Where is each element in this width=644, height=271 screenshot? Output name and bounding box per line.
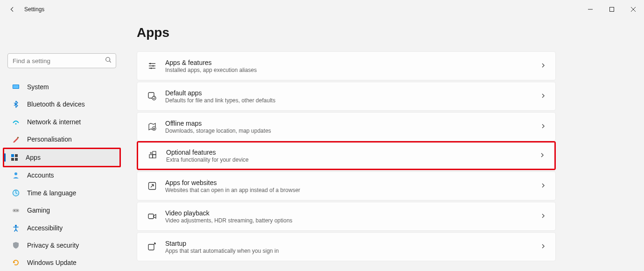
bluetooth-icon xyxy=(12,100,20,108)
apps-features-icon xyxy=(147,61,157,71)
titlebar: Settings xyxy=(0,0,644,19)
window-title: Settings xyxy=(24,6,44,13)
highlight-sidebar-apps: Apps xyxy=(3,148,121,167)
minimize-button[interactable] xyxy=(580,0,601,19)
sidebar-item-windows-update[interactable]: Windows Update xyxy=(6,255,118,271)
sidebar-item-label: Accounts xyxy=(27,171,54,179)
svg-point-21 xyxy=(150,63,151,64)
svg-rect-10 xyxy=(11,158,14,161)
sidebar: System Bluetooth & devices Network & int… xyxy=(0,19,124,271)
card-desc: Downloads, storage location, map updates xyxy=(165,128,532,134)
gaming-icon xyxy=(12,207,20,214)
svg-point-23 xyxy=(151,68,152,69)
sidebar-item-label: Accessibility xyxy=(27,224,63,232)
card-title: Apps for websites xyxy=(165,179,532,186)
svg-point-17 xyxy=(15,225,17,227)
chevron-right-icon xyxy=(540,212,546,221)
card-desc: Installed apps, app execution aliases xyxy=(165,67,532,73)
sidebar-item-time-language[interactable]: Time & language xyxy=(6,185,118,201)
card-title: Offline maps xyxy=(165,120,532,127)
svg-point-15 xyxy=(14,210,15,211)
card-title: Default apps xyxy=(165,89,532,97)
card-title: Startup xyxy=(165,240,532,247)
highlight-optional-features: Optional features Extra functionality fo… xyxy=(137,141,556,170)
privacy-icon xyxy=(12,242,20,249)
card-offline-maps[interactable]: Offline maps Downloads, storage location… xyxy=(137,112,556,141)
svg-point-16 xyxy=(17,210,18,211)
settings-card-list: Apps & features Installed apps, app exec… xyxy=(137,51,556,141)
main-content: Apps Apps & features Installed apps, app… xyxy=(124,19,644,271)
chevron-right-icon xyxy=(540,182,546,190)
card-apps-features[interactable]: Apps & features Installed apps, app exec… xyxy=(137,51,556,80)
svg-point-6 xyxy=(15,123,17,124)
sidebar-item-accounts[interactable]: Accounts xyxy=(6,167,118,184)
svg-rect-1 xyxy=(610,7,614,12)
window-controls xyxy=(580,0,644,19)
card-desc: Apps that start automatically when you s… xyxy=(165,248,532,254)
svg-rect-31 xyxy=(148,214,154,219)
settings-card-list-2: Apps for websites Websites that can open… xyxy=(137,171,556,261)
card-desc: Extra functionality for your device xyxy=(166,157,531,163)
page-title: Apps xyxy=(137,25,631,40)
chevron-right-icon xyxy=(540,242,546,251)
sidebar-item-label: Bluetooth & devices xyxy=(27,100,85,108)
video-playback-icon xyxy=(147,212,157,221)
sidebar-item-label: Network & internet xyxy=(27,118,81,126)
card-desc: Video adjustments, HDR streaming, batter… xyxy=(165,217,532,224)
sidebar-item-label: Personalisation xyxy=(27,136,72,143)
maximize-button[interactable] xyxy=(601,0,623,19)
sidebar-item-label: System xyxy=(27,83,49,91)
sidebar-item-apps[interactable]: Apps xyxy=(4,149,119,166)
sidebar-item-label: Apps xyxy=(26,154,41,161)
windows-update-icon xyxy=(12,259,20,266)
svg-point-22 xyxy=(153,65,154,67)
card-default-apps[interactable]: Default apps Defaults for file and link … xyxy=(137,82,556,111)
card-desc: Defaults for file and link types, other … xyxy=(165,97,532,104)
svg-rect-28 xyxy=(153,155,156,158)
sidebar-item-network[interactable]: Network & internet xyxy=(6,114,118,130)
svg-point-12 xyxy=(14,172,17,175)
card-apps-websites[interactable]: Apps for websites Websites that can open… xyxy=(137,171,556,200)
accessibility-icon xyxy=(12,224,20,232)
card-title: Optional features xyxy=(166,149,531,156)
chevron-right-icon xyxy=(539,151,545,160)
sidebar-item-label: Gaming xyxy=(27,207,50,214)
accounts-icon xyxy=(12,171,20,179)
default-apps-icon xyxy=(147,92,157,101)
svg-rect-27 xyxy=(149,155,153,158)
sidebar-item-gaming[interactable]: Gaming xyxy=(6,202,118,218)
svg-rect-29 xyxy=(153,151,156,155)
apps-websites-icon xyxy=(147,181,157,191)
card-title: Apps & features xyxy=(165,59,532,66)
chevron-right-icon xyxy=(540,62,546,70)
svg-rect-5 xyxy=(13,85,19,88)
card-title: Video playback xyxy=(165,209,532,217)
chevron-right-icon xyxy=(540,122,546,131)
apps-icon xyxy=(11,154,18,161)
sidebar-item-label: Time & language xyxy=(27,189,76,197)
network-icon xyxy=(12,118,20,126)
sidebar-item-bluetooth[interactable]: Bluetooth & devices xyxy=(6,96,118,112)
sidebar-item-privacy[interactable]: Privacy & security xyxy=(6,237,118,253)
svg-rect-14 xyxy=(13,209,19,212)
close-button[interactable] xyxy=(623,0,644,19)
svg-rect-8 xyxy=(11,154,14,157)
card-desc: Websites that can open in an app instead… xyxy=(165,187,532,193)
search-input[interactable] xyxy=(7,53,116,68)
offline-maps-icon xyxy=(147,122,157,131)
back-button[interactable] xyxy=(8,6,16,13)
svg-rect-9 xyxy=(15,154,18,157)
search-box xyxy=(7,53,116,68)
svg-rect-11 xyxy=(15,158,18,161)
card-video-playback[interactable]: Video playback Video adjustments, HDR st… xyxy=(137,202,556,231)
optional-features-icon xyxy=(148,151,158,160)
startup-icon xyxy=(147,242,157,251)
time-language-icon xyxy=(12,189,20,197)
card-optional-features[interactable]: Optional features Extra functionality fo… xyxy=(138,143,554,169)
svg-rect-32 xyxy=(148,244,154,250)
chevron-right-icon xyxy=(540,92,546,100)
sidebar-item-system[interactable]: System xyxy=(6,78,118,95)
card-startup[interactable]: Startup Apps that start automatically wh… xyxy=(137,232,556,261)
sidebar-item-personalisation[interactable]: Personalisation xyxy=(6,131,118,147)
sidebar-item-accessibility[interactable]: Accessibility xyxy=(6,220,118,236)
